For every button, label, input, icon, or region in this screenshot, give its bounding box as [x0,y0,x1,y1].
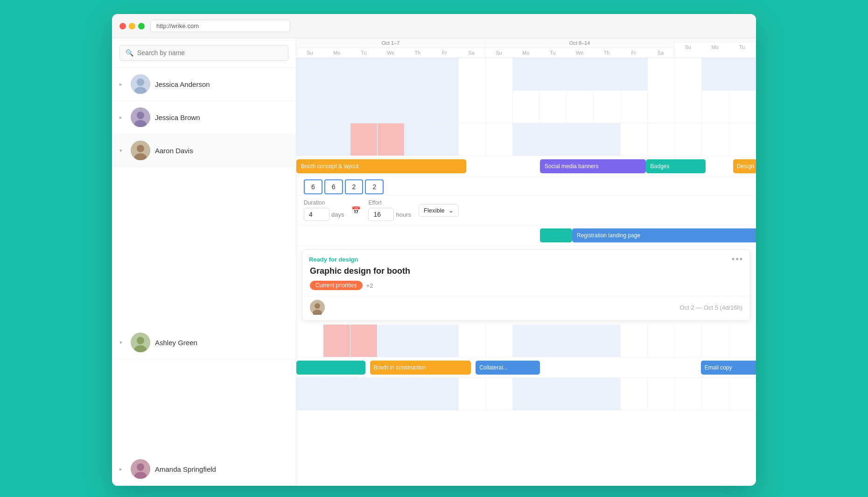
person-name: Aaron Davis [155,147,193,155]
day-label: Tu [728,43,756,52]
day-label: We [377,48,404,57]
calendar-body: Booth concept & layout Social media bann… [296,58,756,486]
cal-row-agreen: Booth in construction Collateral... Emai… [296,325,756,378]
browser-window: http://wrike.com 🔍 ▸ Jessica [112,14,756,486]
day-labels: Su Mo Tu [674,43,756,52]
avatar [131,107,150,127]
chevron-right-icon: ▸ [119,466,126,472]
sidebar: 🔍 ▸ Jessica Anderson ▸ [112,38,296,486]
tag-more: +2 [366,282,373,289]
day-label: Tu [539,48,567,57]
chevron-right-icon: ▸ [119,81,126,87]
search-input-wrap[interactable]: 🔍 [119,45,288,61]
day-label: Sa [458,48,485,57]
list-item[interactable]: ▾ Aaron Davis [112,134,296,167]
person-name: Jessica Anderson [155,80,210,88]
popup-task-name: Graphic design for booth [302,266,750,281]
small-teal-bar [540,228,572,242]
day-labels: Su Mo Tu We Th Fr Sa [485,48,674,57]
social-media-bar[interactable]: Social media banners [540,159,646,173]
day-label: Su [485,48,512,57]
collateral-bar[interactable]: Collateral... [476,361,540,375]
tag-chip[interactable]: Current priorities [310,281,363,290]
day-label: Tu [350,48,377,57]
day-label: Th [404,48,431,57]
search-input[interactable] [137,49,282,57]
capacity-box-1[interactable]: 6 [304,179,322,194]
duration-unit: days [331,211,344,218]
popup-bottom: Oct 2 — Oct 5 (4d/16h) [302,296,750,320]
effort-section: Effort hours [368,199,411,221]
avatar [131,333,150,352]
minimize-dot[interactable] [129,23,135,29]
cal-row-adavis: Booth concept & layout Social media bann… [296,123,756,321]
search-bar: 🔍 [112,38,296,68]
ashley-bar-1[interactable] [296,361,365,375]
close-dot[interactable] [119,23,126,29]
list-item[interactable]: ▸ Jessica Anderson [112,68,296,101]
ashley-expanded-space [112,359,296,453]
browser-toolbar: http://wrike.com [112,14,756,38]
popup-tags: Current priorities +2 [302,281,750,296]
day-labels: Su Mo Tu We Th Fr Sa [296,48,485,57]
day-label: Fr [431,48,458,57]
email-copy-bar[interactable]: Email copy [701,361,756,375]
svg-point-1 [137,78,144,86]
registration-bar[interactable]: Registration landing page [572,228,756,242]
list-item[interactable]: ▾ Ashley Green [112,326,296,359]
chevron-down-icon: ▾ [119,148,126,154]
list-item[interactable]: ▸ Amanda Springfield [112,453,296,486]
avatar [131,74,150,94]
task-popup-card: Ready for design ••• Graphic design for … [302,249,750,321]
week-group-3: Su Mo Tu [674,38,756,57]
flexible-dropdown[interactable]: Flexible ⌄ [419,204,459,217]
day-label: Su [296,48,323,57]
capacity-box-3[interactable]: 2 [345,179,364,194]
day-label: Mo [512,48,539,57]
cal-row-janderson [296,58,756,91]
person-name: Jessica Brown [155,114,200,121]
day-label: Sa [647,48,674,57]
day-label: Su [674,43,701,52]
week-label: Oct 8–14 [485,38,674,48]
duration-section: Duration days [304,199,344,221]
cal-row-jbrown [296,91,756,123]
cal-row-aspringfield [296,378,756,411]
chevron-down-icon: ⌄ [448,207,454,214]
chevron-down-icon: ▾ [119,340,126,346]
capacity-box-4[interactable]: 2 [365,179,384,194]
person-name: Amanda Springfield [155,465,216,473]
capacity-box-2[interactable]: 6 [324,179,343,194]
popup-status[interactable]: Ready for design [309,256,358,263]
week-group-1: Oct 1–7 Su Mo Tu We Th Fr Sa [296,38,485,57]
booth-concept-bar[interactable]: Booth concept & layout [296,159,466,173]
day-label: Mo [701,43,728,52]
popup-date: Oct 2 — Oct 5 (4d/16h) [680,304,742,311]
duration-input[interactable] [304,208,329,221]
design-bar[interactable]: Design [733,159,756,173]
person-list: ▸ Jessica Anderson ▸ Jessica Brown [112,68,296,486]
aaron-expanded-space [112,167,296,326]
search-icon: 🔍 [126,49,133,57]
calendar-header: Oct 1–7 Su Mo Tu We Th Fr Sa Oct 8–14 [296,38,756,58]
day-label: Fr [620,48,647,57]
day-label: We [566,48,593,57]
avatar [131,141,150,160]
chevron-right-icon: ▸ [119,114,126,121]
svg-point-7 [137,145,144,152]
day-label: Mo [323,48,350,57]
badges-bar[interactable]: Badges [646,159,706,173]
week-group-2: Oct 8–14 Su Mo Tu We Th Fr Sa [485,38,674,57]
booth-construction-bar[interactable]: Booth in construction [370,361,471,375]
svg-point-10 [137,337,144,344]
effort-input[interactable] [368,208,394,221]
assignee-avatar [310,300,325,315]
popup-more-button[interactable]: ••• [732,255,743,264]
url-bar[interactable]: http://wrike.com [150,20,290,32]
calendar-icon[interactable]: 📅 [351,206,361,215]
maximize-dot[interactable] [138,23,145,29]
app-body: 🔍 ▸ Jessica Anderson ▸ [112,38,756,486]
effort-unit: hours [396,211,411,218]
week-label [674,38,756,43]
list-item[interactable]: ▸ Jessica Brown [112,101,296,134]
